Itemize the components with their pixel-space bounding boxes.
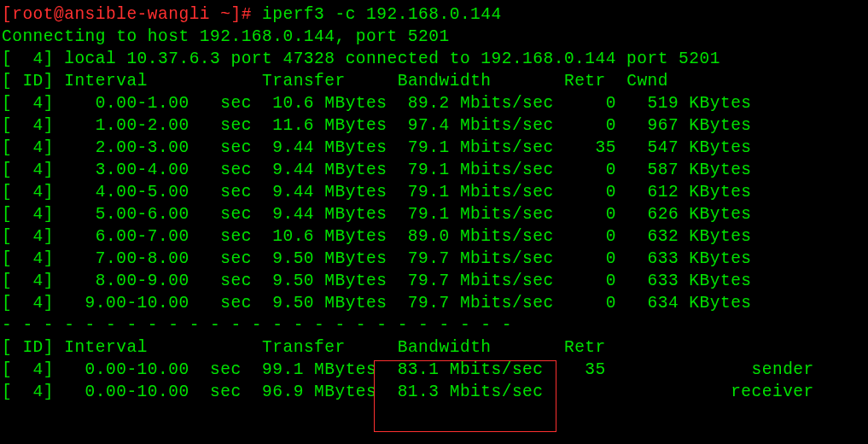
table-row: [ 4] 4.00-5.00 sec 9.44 MBytes 79.1 Mbit…: [2, 183, 752, 202]
col-transfer: Transfer: [262, 72, 346, 91]
summary-row: [ 4] 0.00-10.00 sec 96.9 MBytes 81.3 Mbi…: [2, 383, 814, 401]
scol-retr: Retr: [564, 338, 606, 357]
table-row: [ 4] 3.00-4.00 sec 9.44 MBytes 79.1 Mbit…: [2, 161, 752, 179]
col-cwnd: Cwnd: [626, 72, 668, 91]
summary-header-row: [ ID] Interval Transfer Bandwidth Retr: [2, 338, 606, 357]
col-bandwidth: Bandwidth: [398, 72, 492, 91]
table-row: [ 4] 8.00-9.00 sec 9.50 MBytes 79.7 Mbit…: [2, 272, 752, 290]
table-row: [ 4] 9.00-10.00 sec 9.50 MBytes 79.7 Mbi…: [2, 294, 752, 313]
separator-line: - - - - - - - - - - - - - - - - - - - - …: [2, 316, 512, 335]
scol-interval: Interval: [64, 338, 148, 357]
col-id: [ ID]: [2, 72, 54, 91]
table-row: [ 4] 1.00-2.00 sec 11.6 MBytes 97.4 Mbit…: [2, 116, 752, 135]
table-row: [ 4] 7.00-8.00 sec 9.50 MBytes 79.7 Mbit…: [2, 249, 752, 268]
command-text: iperf3 -c 192.168.0.144: [262, 5, 502, 24]
col-interval: Interval: [64, 72, 148, 91]
terminal-output: [root@ansible-wangli ~]# iperf3 -c 192.1…: [0, 0, 868, 406]
table-row: [ 4] 5.00-6.00 sec 9.44 MBytes 79.1 Mbit…: [2, 205, 752, 224]
table-row: [ 4] 0.00-1.00 sec 10.6 MBytes 89.2 Mbit…: [2, 94, 752, 113]
connecting-line: Connecting to host 192.168.0.144, port 5…: [2, 27, 450, 46]
scol-id: [ ID]: [2, 338, 54, 357]
table-row: [ 4] 6.00-7.00 sec 10.6 MBytes 89.0 Mbit…: [2, 227, 752, 246]
shell-prompt: [root@ansible-wangli ~]#: [2, 5, 252, 24]
scol-transfer: Transfer: [262, 338, 346, 357]
table-header-row: [ ID] Interval Transfer Bandwidth Retr C…: [2, 72, 668, 91]
summary-row: [ 4] 0.00-10.00 sec 99.1 MBytes 83.1 Mbi…: [2, 360, 814, 379]
scol-bandwidth: Bandwidth: [398, 338, 492, 357]
table-row: [ 4] 2.00-3.00 sec 9.44 MBytes 79.1 Mbit…: [2, 138, 752, 157]
local-line: [ 4] local 10.37.6.3 port 47328 connecte…: [2, 50, 720, 68]
col-retr: Retr: [564, 72, 606, 91]
